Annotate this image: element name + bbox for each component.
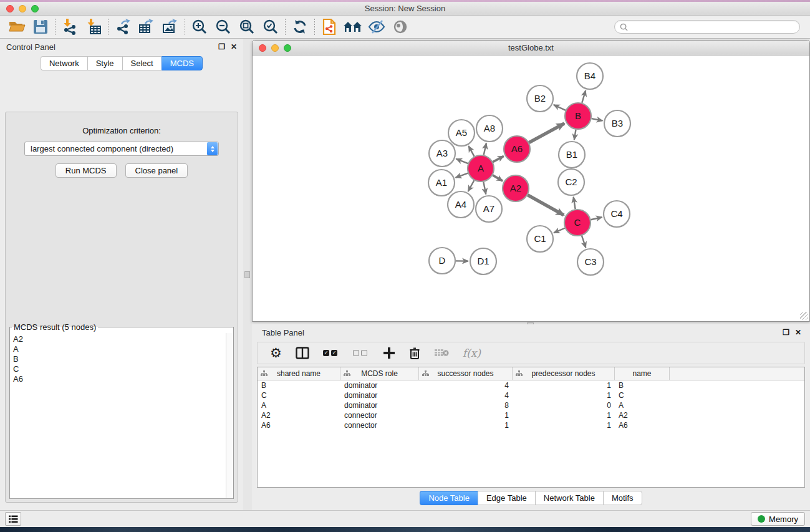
- save-session-icon[interactable]: [29, 17, 52, 36]
- export-network-icon[interactable]: [111, 17, 135, 36]
- tab-select[interactable]: Select: [122, 56, 162, 70]
- mcds-result-item[interactable]: B: [13, 354, 226, 364]
- graph-edge-C-C1[interactable]: [554, 228, 565, 233]
- refresh-view-icon[interactable]: [288, 17, 312, 36]
- graph-edge-A-A7[interactable]: [483, 182, 486, 195]
- deselect-all-rows-icon[interactable]: [353, 345, 369, 361]
- zoom-selected-icon[interactable]: [259, 17, 282, 36]
- zoom-in-icon[interactable]: [188, 17, 211, 36]
- mcds-result-item[interactable]: A: [13, 344, 226, 354]
- column-header-successor-nodes[interactable]: successor nodes: [419, 367, 513, 380]
- table-tab-network-table[interactable]: Network Table: [535, 491, 603, 505]
- graph-node-C[interactable]: C: [564, 210, 591, 236]
- graph-node-A7[interactable]: A7: [476, 196, 502, 222]
- graph-edge-B-B4[interactable]: [582, 90, 586, 103]
- graph-edge-B-B3[interactable]: [592, 118, 603, 120]
- graph-node-B[interactable]: B: [565, 103, 591, 129]
- search-input[interactable]: [631, 22, 794, 31]
- tab-network[interactable]: Network: [41, 56, 87, 70]
- graph-edge-A6-B[interactable]: [529, 123, 564, 143]
- graph-edge-B-B1[interactable]: [574, 130, 576, 140]
- graph-edge-A-A8[interactable]: [484, 143, 486, 155]
- tab-style[interactable]: Style: [87, 56, 122, 70]
- session-network-file-icon[interactable]: [317, 17, 341, 36]
- network-graph[interactable]: B4B2BB3A5A8A6A3B1AA1C2A2A4A7C4CC1C3DD1: [253, 56, 809, 321]
- float-table-panel-icon[interactable]: ❐: [783, 329, 789, 336]
- open-session-icon[interactable]: [5, 17, 29, 36]
- graph-edge-A-A3[interactable]: [456, 159, 468, 163]
- export-table-icon[interactable]: [135, 17, 158, 36]
- graph-node-C4[interactable]: C4: [604, 201, 630, 227]
- criterion-select[interactable]: largest connected component (directed): [24, 142, 219, 156]
- mcds-result-item[interactable]: A2: [13, 334, 226, 344]
- graph-edge-B-B2[interactable]: [554, 105, 566, 110]
- graph-node-C2[interactable]: C2: [558, 169, 584, 195]
- table-row[interactable]: A6connector11A6: [258, 420, 804, 430]
- panel-splitter[interactable]: [243, 39, 252, 510]
- toggle-column-panel-icon[interactable]: [296, 345, 309, 361]
- hide-graphics-details-icon[interactable]: [365, 17, 388, 36]
- zoom-out-icon[interactable]: [211, 17, 235, 36]
- graph-node-A8[interactable]: A8: [476, 115, 503, 142]
- import-table-icon[interactable]: [82, 17, 105, 36]
- graph-edge-A-A6[interactable]: [493, 156, 503, 162]
- graph-edge-A-A4[interactable]: [468, 180, 475, 191]
- show-graphics-details-icon[interactable]: [388, 17, 412, 36]
- select-all-rows-icon[interactable]: [323, 345, 339, 361]
- graph-node-D[interactable]: D: [429, 248, 455, 274]
- run-mcds-button[interactable]: Run MCDS: [55, 163, 117, 178]
- graph-node-A5[interactable]: A5: [448, 120, 475, 146]
- graph-node-B3[interactable]: B3: [604, 110, 630, 137]
- column-header-predecessor-nodes[interactable]: predecessor nodes: [513, 367, 615, 380]
- table-row[interactable]: Bdominator41B: [258, 380, 804, 390]
- table-row[interactable]: A2connector11A2: [258, 410, 804, 420]
- window-resize-grip[interactable]: [800, 312, 808, 320]
- graph-edge-C-C4[interactable]: [591, 217, 602, 220]
- float-panel-icon[interactable]: ❐: [218, 43, 225, 51]
- mcds-result-item[interactable]: A6: [13, 374, 226, 384]
- table-tab-motifs[interactable]: Motifs: [603, 491, 642, 505]
- graph-edge-A-A5[interactable]: [468, 146, 474, 157]
- graph-node-A1[interactable]: A1: [428, 170, 455, 196]
- graph-node-B1[interactable]: B1: [559, 142, 585, 168]
- function-builder-icon[interactable]: f(x): [463, 345, 481, 361]
- export-image-icon[interactable]: [158, 17, 182, 36]
- table-tab-node-table[interactable]: Node Table: [420, 491, 478, 505]
- delete-table-icon[interactable]: [434, 345, 449, 361]
- import-network-icon[interactable]: [58, 17, 82, 36]
- table-tab-edge-table[interactable]: Edge Table: [478, 491, 535, 505]
- graph-node-A[interactable]: A: [468, 155, 494, 181]
- home-layouts-icon[interactable]: [341, 17, 365, 36]
- graph-node-A3[interactable]: A3: [429, 140, 455, 167]
- task-history-button[interactable]: [5, 512, 21, 526]
- table-row[interactable]: Cdominator41C: [258, 390, 804, 400]
- column-header-name[interactable]: name: [615, 367, 670, 380]
- graph-node-A4[interactable]: A4: [448, 191, 474, 218]
- splitter-handle[interactable]: [244, 271, 250, 278]
- memory-button[interactable]: Memory: [751, 512, 805, 526]
- close-panel-button[interactable]: Close panel: [125, 163, 188, 178]
- result-list-scrollbar[interactable]: [226, 333, 233, 498]
- network-canvas[interactable]: B4B2BB3A5A8A6A3B1AA1C2A2A4A7C4CC1C3DD1: [253, 56, 809, 321]
- close-table-panel-icon[interactable]: ✕: [795, 329, 801, 336]
- table-settings-gear-icon[interactable]: ⚙: [270, 345, 282, 361]
- graph-node-C1[interactable]: C1: [527, 226, 553, 252]
- graph-node-B2[interactable]: B2: [527, 85, 553, 112]
- create-column-icon[interactable]: [383, 345, 395, 361]
- graph-node-C3[interactable]: C3: [577, 249, 604, 275]
- graph-edge-C-C2[interactable]: [574, 197, 576, 210]
- graph-node-A6[interactable]: A6: [504, 136, 530, 162]
- column-header-shared-name[interactable]: shared name: [258, 367, 340, 380]
- column-header-MCDS-role[interactable]: MCDS role: [340, 367, 419, 380]
- close-panel-icon[interactable]: ✕: [231, 43, 237, 51]
- graph-node-D1[interactable]: D1: [470, 248, 496, 274]
- graph-edge-A-A1[interactable]: [456, 173, 468, 178]
- table-row[interactable]: Adominator80A: [258, 400, 804, 410]
- graph-edge-A2-C[interactable]: [528, 195, 564, 215]
- tab-mcds[interactable]: MCDS: [162, 56, 203, 70]
- delete-columns-icon[interactable]: [409, 345, 420, 361]
- mcds-result-item[interactable]: C: [13, 364, 226, 374]
- graph-node-B4[interactable]: B4: [577, 63, 603, 89]
- graph-edge-A-A2[interactable]: [493, 175, 503, 181]
- graph-edge-C-C3[interactable]: [582, 236, 586, 248]
